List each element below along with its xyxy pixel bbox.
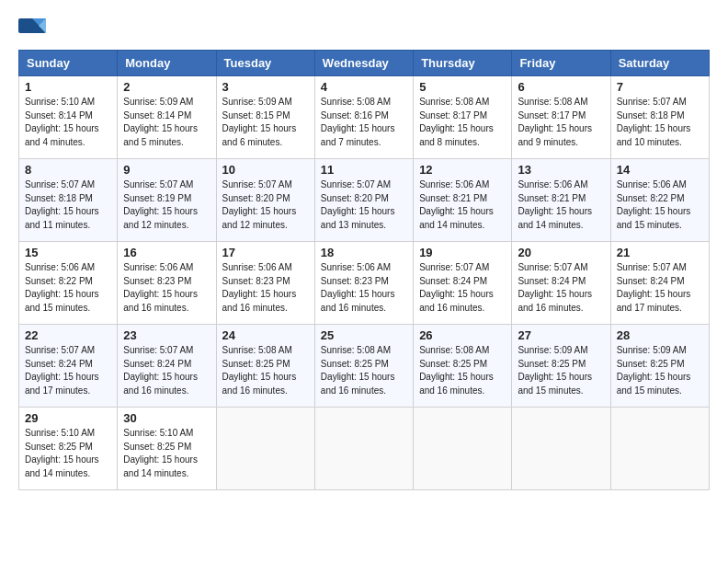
day-info: Sunrise: 5:06 AM Sunset: 8:22 PM Dayligh…: [25, 261, 111, 315]
calendar-cell: 13Sunrise: 5:06 AM Sunset: 8:21 PM Dayli…: [512, 159, 610, 242]
day-number: 2: [123, 80, 210, 94]
day-info: Sunrise: 5:08 AM Sunset: 8:25 PM Dayligh…: [419, 344, 506, 397]
calendar-cell: 26Sunrise: 5:08 AM Sunset: 8:25 PM Dayli…: [414, 325, 512, 408]
day-number: 11: [321, 163, 407, 177]
calendar-cell: 15Sunrise: 5:06 AM Sunset: 8:22 PM Dayli…: [19, 242, 118, 325]
day-info: Sunrise: 5:07 AM Sunset: 8:18 PM Dayligh…: [617, 96, 703, 149]
day-info: Sunrise: 5:06 AM Sunset: 8:22 PM Dayligh…: [617, 178, 703, 232]
calendar-week-row: 29Sunrise: 5:10 AM Sunset: 8:25 PM Dayli…: [19, 408, 710, 490]
day-info: Sunrise: 5:08 AM Sunset: 8:25 PM Dayligh…: [222, 344, 309, 397]
day-info: Sunrise: 5:07 AM Sunset: 8:24 PM Dayligh…: [419, 261, 506, 315]
calendar-cell: 20Sunrise: 5:07 AM Sunset: 8:24 PM Dayli…: [512, 242, 610, 325]
calendar-cell: 18Sunrise: 5:06 AM Sunset: 8:23 PM Dayli…: [314, 242, 413, 325]
day-info: Sunrise: 5:09 AM Sunset: 8:25 PM Dayligh…: [518, 344, 604, 397]
header-thursday: Thursday: [414, 51, 512, 76]
day-info: Sunrise: 5:07 AM Sunset: 8:20 PM Dayligh…: [222, 178, 309, 232]
day-number: 8: [25, 163, 111, 177]
day-number: 18: [321, 246, 407, 259]
day-info: Sunrise: 5:08 AM Sunset: 8:16 PM Dayligh…: [321, 96, 407, 149]
day-number: 28: [617, 328, 703, 342]
day-info: Sunrise: 5:06 AM Sunset: 8:21 PM Dayligh…: [419, 178, 506, 232]
day-number: 1: [25, 80, 111, 94]
day-info: Sunrise: 5:07 AM Sunset: 8:24 PM Dayligh…: [518, 261, 604, 315]
calendar-cell: 3Sunrise: 5:09 AM Sunset: 8:15 PM Daylig…: [216, 76, 314, 159]
calendar-week-row: 1Sunrise: 5:10 AM Sunset: 8:14 PM Daylig…: [19, 76, 710, 159]
calendar-week-row: 22Sunrise: 5:07 AM Sunset: 8:24 PM Dayli…: [19, 325, 710, 408]
day-number: 24: [222, 328, 309, 342]
day-info: Sunrise: 5:06 AM Sunset: 8:23 PM Dayligh…: [321, 261, 407, 315]
day-number: 15: [25, 246, 111, 259]
day-number: 21: [617, 246, 703, 259]
day-info: Sunrise: 5:08 AM Sunset: 8:17 PM Dayligh…: [518, 96, 604, 149]
day-number: 12: [419, 163, 506, 177]
calendar-cell: [314, 408, 413, 490]
calendar-cell: [512, 408, 610, 490]
calendar-cell: 4Sunrise: 5:08 AM Sunset: 8:16 PM Daylig…: [314, 76, 413, 159]
day-number: 9: [123, 163, 210, 177]
logo-icon: [18, 18, 46, 40]
day-info: Sunrise: 5:09 AM Sunset: 8:14 PM Dayligh…: [123, 96, 210, 149]
day-number: 23: [123, 328, 210, 342]
day-info: Sunrise: 5:08 AM Sunset: 8:17 PM Dayligh…: [419, 96, 506, 149]
header-tuesday: Tuesday: [216, 51, 314, 76]
day-info: Sunrise: 5:06 AM Sunset: 8:23 PM Dayligh…: [123, 261, 210, 315]
header-saturday: Saturday: [610, 51, 709, 76]
calendar-cell: 10Sunrise: 5:07 AM Sunset: 8:20 PM Dayli…: [216, 159, 314, 242]
day-info: Sunrise: 5:06 AM Sunset: 8:21 PM Dayligh…: [518, 178, 604, 232]
calendar-cell: 23Sunrise: 5:07 AM Sunset: 8:24 PM Dayli…: [118, 325, 216, 408]
day-info: Sunrise: 5:07 AM Sunset: 8:20 PM Dayligh…: [321, 178, 407, 232]
calendar-cell: 9Sunrise: 5:07 AM Sunset: 8:19 PM Daylig…: [118, 159, 216, 242]
day-number: 16: [123, 246, 210, 259]
calendar-cell: 17Sunrise: 5:06 AM Sunset: 8:23 PM Dayli…: [216, 242, 314, 325]
day-number: 7: [617, 80, 703, 94]
day-number: 10: [222, 163, 309, 177]
day-number: 22: [25, 328, 111, 342]
calendar-cell: 8Sunrise: 5:07 AM Sunset: 8:18 PM Daylig…: [19, 159, 118, 242]
calendar-cell: 19Sunrise: 5:07 AM Sunset: 8:24 PM Dayli…: [414, 242, 512, 325]
day-info: Sunrise: 5:06 AM Sunset: 8:23 PM Dayligh…: [222, 261, 309, 315]
calendar-cell: 14Sunrise: 5:06 AM Sunset: 8:22 PM Dayli…: [610, 159, 709, 242]
header-monday: Monday: [118, 51, 216, 76]
calendar-cell: 16Sunrise: 5:06 AM Sunset: 8:23 PM Dayli…: [118, 242, 216, 325]
day-number: 19: [419, 246, 506, 259]
calendar-cell: 1Sunrise: 5:10 AM Sunset: 8:14 PM Daylig…: [19, 76, 118, 159]
calendar-header-row: SundayMondayTuesdayWednesdayThursdayFrid…: [19, 51, 710, 76]
calendar-table: SundayMondayTuesdayWednesdayThursdayFrid…: [18, 50, 710, 490]
day-number: 27: [518, 328, 604, 342]
calendar-cell: 5Sunrise: 5:08 AM Sunset: 8:17 PM Daylig…: [414, 76, 512, 159]
calendar-cell: 7Sunrise: 5:07 AM Sunset: 8:18 PM Daylig…: [610, 76, 709, 159]
header-wednesday: Wednesday: [314, 51, 413, 76]
day-number: 25: [321, 328, 407, 342]
day-info: Sunrise: 5:07 AM Sunset: 8:24 PM Dayligh…: [25, 344, 111, 397]
calendar-cell: [610, 408, 709, 490]
day-info: Sunrise: 5:09 AM Sunset: 8:15 PM Dayligh…: [222, 96, 309, 149]
day-info: Sunrise: 5:07 AM Sunset: 8:19 PM Dayligh…: [123, 178, 210, 232]
calendar-week-row: 8Sunrise: 5:07 AM Sunset: 8:18 PM Daylig…: [19, 159, 710, 242]
page-header: [18, 18, 710, 40]
calendar-cell: 28Sunrise: 5:09 AM Sunset: 8:25 PM Dayli…: [610, 325, 709, 408]
day-info: Sunrise: 5:09 AM Sunset: 8:25 PM Dayligh…: [617, 344, 703, 397]
day-number: 5: [419, 80, 506, 94]
header-sunday: Sunday: [19, 51, 118, 76]
day-number: 4: [321, 80, 407, 94]
day-number: 14: [617, 163, 703, 177]
day-number: 29: [25, 411, 111, 425]
calendar-cell: 12Sunrise: 5:06 AM Sunset: 8:21 PM Dayli…: [414, 159, 512, 242]
day-info: Sunrise: 5:07 AM Sunset: 8:24 PM Dayligh…: [123, 344, 210, 397]
day-number: 17: [222, 246, 309, 259]
header-friday: Friday: [512, 51, 610, 76]
calendar-cell: 24Sunrise: 5:08 AM Sunset: 8:25 PM Dayli…: [216, 325, 314, 408]
day-number: 30: [123, 411, 210, 425]
calendar-cell: 11Sunrise: 5:07 AM Sunset: 8:20 PM Dayli…: [314, 159, 413, 242]
day-number: 26: [419, 328, 506, 342]
calendar-cell: 6Sunrise: 5:08 AM Sunset: 8:17 PM Daylig…: [512, 76, 610, 159]
day-info: Sunrise: 5:08 AM Sunset: 8:25 PM Dayligh…: [321, 344, 407, 397]
day-info: Sunrise: 5:10 AM Sunset: 8:14 PM Dayligh…: [25, 96, 111, 149]
day-number: 3: [222, 80, 309, 94]
day-number: 6: [518, 80, 604, 94]
calendar-cell: 27Sunrise: 5:09 AM Sunset: 8:25 PM Dayli…: [512, 325, 610, 408]
day-info: Sunrise: 5:10 AM Sunset: 8:25 PM Dayligh…: [25, 427, 111, 480]
calendar-week-row: 15Sunrise: 5:06 AM Sunset: 8:22 PM Dayli…: [19, 242, 710, 325]
calendar-cell: 21Sunrise: 5:07 AM Sunset: 8:24 PM Dayli…: [610, 242, 709, 325]
day-info: Sunrise: 5:07 AM Sunset: 8:24 PM Dayligh…: [617, 261, 703, 315]
